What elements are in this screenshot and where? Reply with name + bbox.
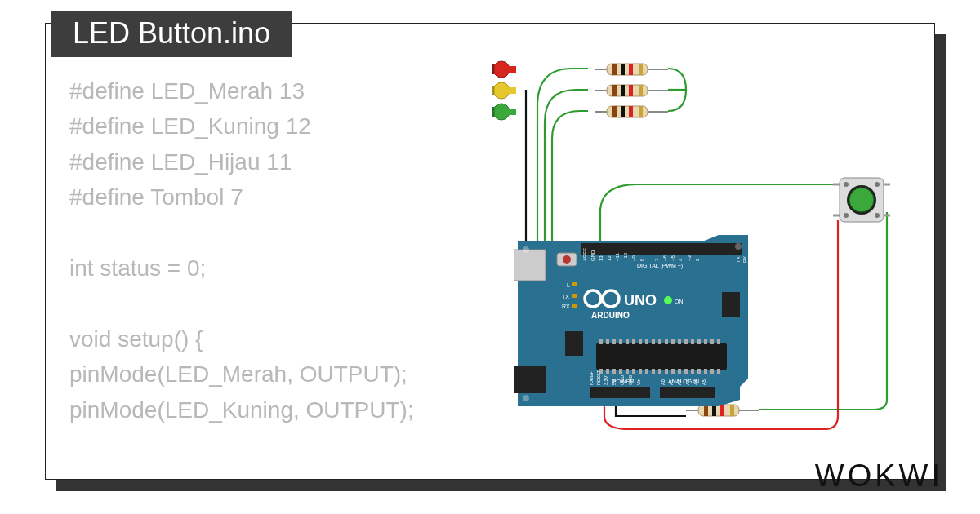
resistor-3 [595, 104, 668, 122]
label-digital: DIGITAL (PWM ~) [637, 263, 683, 269]
svg-rect-61 [619, 339, 622, 344]
svg-text:~3: ~3 [687, 255, 692, 261]
svg-rect-89 [678, 369, 681, 374]
svg-rect-92 [697, 369, 701, 374]
svg-rect-19 [621, 85, 625, 96]
svg-text:~9: ~9 [631, 255, 636, 261]
svg-point-41 [875, 213, 880, 218]
svg-text:3.3V: 3.3V [604, 375, 608, 385]
svg-text:A0: A0 [661, 379, 666, 385]
svg-rect-25 [612, 106, 617, 117]
svg-rect-64 [639, 339, 642, 344]
arduino-uno: UNO ARDUINO ON L TX RX DIGITAL (PWM ~) P… [514, 235, 751, 406]
svg-text:~11: ~11 [615, 252, 620, 261]
svg-point-135 [523, 246, 529, 253]
svg-rect-73 [697, 339, 701, 344]
svg-point-6 [493, 104, 510, 120]
svg-rect-82 [632, 369, 635, 374]
svg-text:GND: GND [620, 375, 625, 385]
svg-rect-26 [621, 106, 625, 117]
svg-text:~5: ~5 [670, 255, 675, 261]
svg-point-0 [493, 61, 510, 78]
svg-rect-27 [629, 106, 633, 117]
svg-rect-93 [704, 369, 707, 374]
svg-rect-65 [645, 339, 648, 344]
svg-rect-72 [691, 339, 694, 344]
svg-rect-95 [717, 369, 720, 374]
svg-rect-12 [621, 64, 625, 75]
svg-rect-34 [720, 405, 724, 416]
svg-rect-33 [712, 405, 716, 416]
svg-point-39 [875, 182, 880, 187]
svg-rect-53 [590, 387, 650, 398]
svg-text:5V: 5V [612, 379, 617, 385]
file-title: LED Button.ino [51, 11, 292, 57]
svg-rect-28 [639, 106, 643, 117]
svg-rect-68 [665, 339, 668, 344]
svg-rect-60 [612, 339, 616, 344]
svg-text:~10: ~10 [623, 252, 628, 261]
svg-text:AREF: AREF [582, 248, 587, 261]
svg-rect-21 [639, 85, 643, 96]
svg-text:A2: A2 [677, 379, 682, 385]
svg-rect-94 [710, 369, 714, 374]
resistor-1 [595, 62, 668, 80]
svg-rect-80 [619, 369, 622, 374]
svg-rect-32 [704, 405, 708, 416]
svg-rect-7 [508, 109, 516, 115]
svg-text:Vin: Vin [636, 379, 641, 385]
svg-rect-66 [652, 339, 655, 344]
svg-rect-69 [671, 339, 675, 344]
svg-text:GND: GND [590, 250, 595, 261]
svg-rect-85 [652, 369, 655, 374]
svg-rect-104 [572, 304, 577, 308]
svg-rect-84 [645, 369, 648, 374]
svg-rect-78 [606, 369, 609, 374]
svg-rect-76 [717, 339, 720, 344]
board-label-uno: UNO [624, 292, 657, 308]
svg-rect-20 [629, 85, 633, 96]
circuit-diagram: UNO ARDUINO ON L TX RX DIGITAL (PWM ~) P… [278, 57, 947, 465]
svg-rect-62 [626, 339, 629, 344]
svg-text:RX: RX [742, 256, 747, 263]
svg-text:A3: A3 [685, 379, 690, 385]
svg-text:A1: A1 [669, 379, 674, 385]
svg-rect-13 [629, 64, 633, 75]
resistor-2 [595, 83, 668, 101]
svg-point-137 [735, 243, 742, 250]
svg-rect-87 [665, 369, 668, 374]
svg-rect-57 [596, 343, 727, 370]
svg-point-136 [523, 395, 529, 401]
led-green [492, 101, 519, 126]
svg-text:13: 13 [599, 255, 604, 261]
push-button[interactable] [833, 171, 890, 228]
svg-rect-91 [691, 369, 694, 374]
svg-rect-55 [722, 292, 740, 317]
svg-text:12: 12 [607, 255, 612, 261]
svg-rect-18 [612, 85, 617, 96]
svg-rect-81 [626, 369, 629, 374]
svg-text:GND: GND [628, 375, 633, 385]
svg-rect-105 [572, 282, 577, 286]
svg-text:L: L [567, 282, 570, 288]
svg-rect-88 [671, 369, 675, 374]
svg-text:~6: ~6 [662, 255, 667, 261]
svg-rect-67 [658, 339, 662, 344]
svg-rect-52 [581, 243, 742, 255]
svg-point-51 [563, 255, 571, 264]
svg-rect-70 [678, 339, 681, 344]
svg-rect-14 [639, 64, 643, 75]
svg-point-3 [493, 82, 510, 99]
svg-rect-102 [572, 294, 577, 298]
svg-rect-11 [612, 64, 617, 75]
svg-point-43 [849, 188, 874, 212]
svg-rect-59 [606, 339, 609, 344]
svg-rect-74 [704, 339, 707, 344]
svg-text:TX: TX [562, 294, 569, 299]
svg-rect-48 [514, 250, 546, 281]
svg-rect-63 [632, 339, 635, 344]
svg-rect-71 [684, 339, 688, 344]
svg-rect-79 [612, 369, 616, 374]
svg-rect-83 [639, 369, 642, 374]
svg-rect-4 [508, 87, 516, 94]
